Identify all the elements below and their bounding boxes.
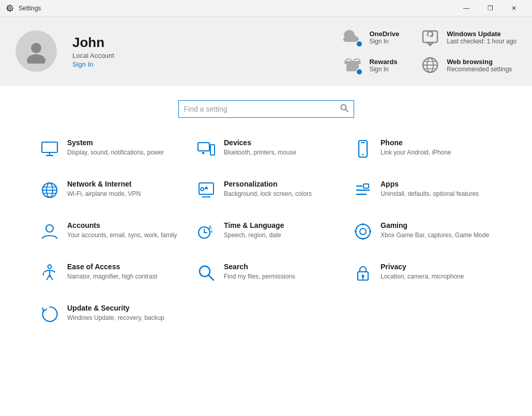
web-browsing-sub: Recommended settings [447, 66, 512, 73]
service-web-browsing[interactable]: Web browsing Recommended settings [420, 55, 516, 75]
update-title: Update & Security [67, 304, 164, 312]
svg-rect-38 [363, 184, 369, 188]
system-desc: Display, sound, notifications, power [67, 148, 164, 157]
svg-point-1 [27, 54, 45, 64]
accounts-title: Accounts [67, 221, 177, 229]
title-bar-left: Settings [6, 4, 41, 12]
setting-phone[interactable]: Phone Link your Android, iPhone [344, 128, 501, 170]
setting-accounts[interactable]: Accounts Your accounts, email, sync, wor… [31, 211, 188, 252]
setting-time[interactable]: Aa Time & Language Speech, region, date [188, 211, 344, 252]
setting-devices[interactable]: Devices Bluetooth, printers, mouse [188, 128, 344, 170]
svg-rect-4 [351, 61, 354, 71]
setting-personalization[interactable]: Personalization Background, lock screen,… [188, 170, 344, 211]
setting-ease-of-access[interactable]: Ease of Access Narrator, magnifier, high… [31, 252, 188, 294]
title-bar-controls: — ❐ ✕ [454, 0, 526, 17]
minimize-button[interactable]: — [454, 0, 478, 17]
settings-app-icon [6, 4, 14, 12]
svg-line-15 [345, 110, 348, 112]
system-title: System [67, 138, 164, 147]
rewards-status-dot [356, 68, 363, 75]
title-bar: Settings — ❐ ✕ [0, 0, 532, 17]
services-col-left: OneDrive Sign In Rewards [342, 27, 399, 75]
privacy-icon [353, 263, 373, 283]
devices-desc: Bluetooth, printers, mouse [224, 148, 296, 157]
svg-line-56 [209, 275, 214, 280]
web-browsing-icon-wrap [420, 55, 440, 75]
phone-title: Phone [381, 138, 451, 147]
web-browsing-icon [421, 56, 439, 74]
service-onedrive[interactable]: OneDrive Sign In [342, 27, 399, 48]
svg-rect-19 [198, 143, 209, 151]
svg-rect-22 [202, 152, 204, 154]
svg-point-47 [362, 223, 364, 225]
setting-apps[interactable]: Apps Uninstall, defaults, optional featu… [344, 170, 501, 211]
ease-of-access-icon [39, 263, 60, 283]
ease-of-access-desc: Narrator, magnifier, high contrast [67, 272, 157, 281]
setting-network[interactable]: Network & Internet Wi-Fi, airplane mode,… [31, 170, 188, 211]
header-services: OneDrive Sign In Rewards [342, 27, 516, 75]
user-name: John [72, 35, 114, 51]
setting-search[interactable]: Search Find my files, permissions [188, 252, 344, 294]
windows-update-icon [421, 28, 439, 47]
svg-point-34 [201, 188, 204, 191]
personalization-icon [196, 180, 217, 201]
apps-icon [353, 180, 373, 201]
service-rewards[interactable]: Rewards Sign In [342, 55, 399, 75]
setting-update[interactable]: Update & Security Windows Update, recove… [31, 294, 188, 335]
service-windows-update[interactable]: Windows Update Last checked: 1 hour ago [420, 27, 516, 48]
close-button[interactable]: ✕ [502, 0, 526, 17]
accounts-desc: Your accounts, email, sync, work, family [67, 231, 177, 240]
time-icon: Aa [196, 221, 217, 242]
search-title: Search [224, 263, 295, 271]
rewards-sub: Sign In [369, 66, 397, 73]
web-browsing-name: Web browsing [447, 58, 512, 66]
search-box [178, 100, 354, 118]
devices-icon [196, 138, 217, 159]
network-title: Network & Internet [67, 180, 141, 188]
apps-desc: Uninstall, defaults, optional features [381, 190, 479, 198]
svg-point-24 [362, 154, 364, 156]
windows-update-icon-wrap [420, 27, 440, 48]
sign-in-link[interactable]: Sign In [72, 60, 114, 68]
svg-line-54 [50, 275, 53, 280]
phone-desc: Link your Android, iPhone [381, 148, 451, 157]
avatar [16, 30, 57, 72]
onedrive-status-dot [356, 40, 363, 48]
app-title: Settings [19, 5, 41, 12]
privacy-desc: Location, camera, microphone [381, 272, 464, 281]
user-account-type: Local Account [72, 52, 114, 59]
phone-icon [353, 138, 373, 159]
onedrive-sub: Sign In [369, 38, 399, 45]
network-desc: Wi-Fi, airplane mode, VPN [67, 190, 141, 198]
personalization-title: Personalization [224, 180, 312, 188]
gaming-desc: Xbox Game Bar, captures, Game Mode [381, 231, 489, 240]
svg-point-55 [200, 266, 210, 276]
devices-title: Devices [224, 138, 296, 147]
privacy-title: Privacy [381, 263, 464, 271]
system-icon [39, 138, 60, 159]
search-setting-icon [196, 263, 217, 283]
gaming-icon [353, 221, 373, 242]
onedrive-icon-wrap [342, 27, 363, 48]
svg-point-45 [356, 224, 370, 239]
avatar-icon [24, 39, 49, 64]
svg-point-39 [46, 225, 53, 232]
gaming-title: Gaming [381, 221, 489, 229]
svg-rect-16 [42, 142, 57, 152]
setting-system[interactable]: System Display, sound, notifications, po… [31, 128, 188, 170]
setting-privacy[interactable]: Privacy Location, camera, microphone [344, 252, 501, 294]
search-icon [340, 104, 348, 114]
svg-line-53 [47, 275, 50, 280]
rewards-name: Rewards [369, 58, 397, 66]
maximize-button[interactable]: ❐ [478, 0, 502, 17]
search-input[interactable] [184, 105, 340, 113]
update-desc: Windows Update, recovery, backup [67, 314, 164, 322]
ease-of-access-title: Ease of Access [67, 263, 157, 271]
settings-grid: System Display, sound, notifications, po… [0, 128, 532, 335]
onedrive-name: OneDrive [369, 30, 399, 38]
setting-gaming[interactable]: Gaming Xbox Game Bar, captures, Game Mod… [344, 211, 501, 252]
time-title: Time & Language [224, 221, 284, 229]
time-desc: Speech, region, date [224, 231, 284, 240]
svg-point-51 [48, 265, 52, 269]
services-col-right: Windows Update Last checked: 1 hour ago [420, 27, 516, 75]
